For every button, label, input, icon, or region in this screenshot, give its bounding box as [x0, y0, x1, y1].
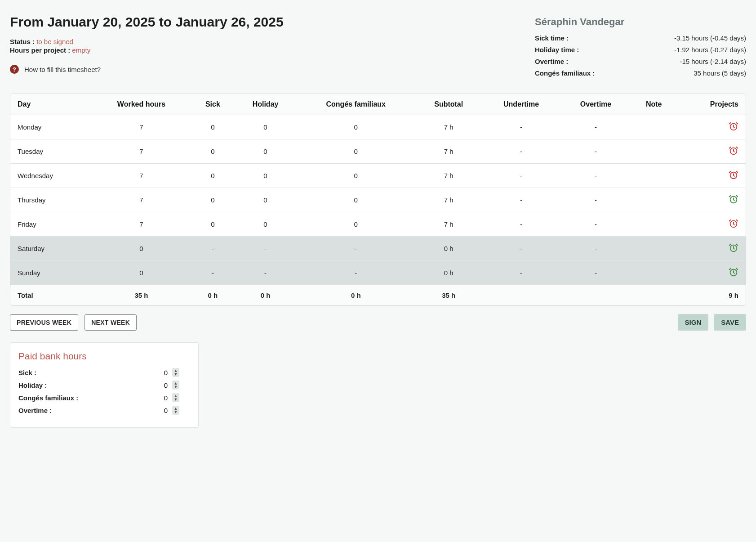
- projects-cell[interactable]: [676, 139, 746, 164]
- projects-cell[interactable]: [676, 115, 746, 139]
- table-cell: Friday: [10, 212, 92, 237]
- table-cell[interactable]: 0: [191, 212, 234, 237]
- table-cell[interactable]: 7: [92, 115, 191, 139]
- hours-per-project-value: empty: [72, 46, 90, 54]
- table-cell: -: [560, 115, 631, 139]
- total-cell: [560, 285, 631, 306]
- bank-input[interactable]: [119, 368, 169, 377]
- table-cell: 7 h: [415, 115, 482, 139]
- column-header: Worked hours: [92, 94, 191, 115]
- table-cell: [631, 139, 676, 164]
- table-cell[interactable]: 0: [297, 188, 415, 212]
- projects-cell[interactable]: [676, 261, 746, 285]
- timesheet-table: DayWorked hoursSickHolidayCongés familia…: [10, 94, 746, 306]
- summary-value: 35 hours (5 days): [694, 69, 746, 77]
- column-header: Congés familiaux: [297, 94, 415, 115]
- projects-cell[interactable]: [676, 212, 746, 237]
- table-cell: [631, 164, 676, 188]
- summary-label: Sick time :: [535, 34, 569, 42]
- total-cell: 9 h: [676, 285, 746, 306]
- table-row: Tuesday70007 h--: [10, 139, 746, 164]
- table-cell: Wednesday: [10, 164, 92, 188]
- projects-cell[interactable]: [676, 188, 746, 212]
- alarm-clock-icon[interactable]: [729, 146, 738, 156]
- alarm-clock-icon[interactable]: [729, 243, 738, 253]
- projects-cell[interactable]: [676, 164, 746, 188]
- table-cell[interactable]: 0: [297, 212, 415, 237]
- bank-label: Sick :: [18, 369, 116, 376]
- alarm-clock-icon[interactable]: [729, 194, 738, 204]
- table-cell: -: [297, 237, 415, 261]
- summary-label: Holiday time :: [535, 46, 579, 54]
- help-icon[interactable]: ?: [10, 65, 19, 74]
- previous-week-button[interactable]: PREVIOUS WEEK: [10, 314, 78, 331]
- table-cell: -: [482, 261, 560, 285]
- bank-input[interactable]: [119, 394, 169, 402]
- column-header: Day: [10, 94, 92, 115]
- summary-value: -15 hours (-2.14 days): [680, 58, 746, 65]
- table-cell: -: [560, 188, 631, 212]
- table-cell: 7 h: [415, 212, 482, 237]
- table-cell[interactable]: 0: [234, 115, 296, 139]
- table-cell[interactable]: 0: [191, 115, 234, 139]
- bank-label: Holiday :: [18, 381, 116, 389]
- alarm-clock-icon[interactable]: [729, 121, 738, 131]
- stepper-icon[interactable]: ▲▼: [172, 393, 179, 402]
- bank-label: Congés familiaux :: [18, 394, 116, 402]
- table-cell: -: [560, 164, 631, 188]
- table-cell[interactable]: 0: [297, 115, 415, 139]
- save-button[interactable]: SAVE: [714, 314, 746, 331]
- stepper-icon[interactable]: ▲▼: [172, 368, 179, 377]
- table-cell[interactable]: 0: [234, 188, 296, 212]
- total-cell: 35 h: [92, 285, 191, 306]
- table-cell: Tuesday: [10, 139, 92, 164]
- table-cell[interactable]: 0: [191, 188, 234, 212]
- table-cell: -: [560, 212, 631, 237]
- table-cell: -: [482, 237, 560, 261]
- table-cell[interactable]: 7: [92, 212, 191, 237]
- total-cell: Total: [10, 285, 92, 306]
- table-cell[interactable]: 7: [92, 164, 191, 188]
- table-cell[interactable]: 0: [234, 164, 296, 188]
- stepper-icon[interactable]: ▲▼: [172, 406, 179, 415]
- status-value: to be signed: [36, 38, 73, 45]
- table-cell: -: [191, 237, 234, 261]
- bank-input[interactable]: [119, 381, 169, 390]
- table-cell[interactable]: 0: [191, 139, 234, 164]
- table-cell: -: [234, 261, 296, 285]
- alarm-clock-icon[interactable]: [729, 219, 738, 228]
- summary-value: -1.92 hours (-0.27 days): [674, 46, 746, 54]
- table-row: Thursday70007 h--: [10, 188, 746, 212]
- help-text[interactable]: How to fill this timesheet?: [24, 66, 101, 73]
- table-cell: 7 h: [415, 164, 482, 188]
- table-cell[interactable]: 7: [92, 139, 191, 164]
- projects-cell[interactable]: [676, 237, 746, 261]
- table-cell[interactable]: 0: [297, 164, 415, 188]
- table-cell: -: [191, 261, 234, 285]
- total-cell: [631, 285, 676, 306]
- alarm-clock-icon[interactable]: [729, 170, 738, 180]
- stepper-icon[interactable]: ▲▼: [172, 381, 179, 390]
- table-cell: -: [482, 212, 560, 237]
- bank-input[interactable]: [119, 406, 169, 415]
- next-week-button[interactable]: NEXT WEEK: [84, 314, 137, 331]
- table-cell[interactable]: 0: [297, 139, 415, 164]
- table-cell[interactable]: 0: [234, 212, 296, 237]
- column-header: Subtotal: [415, 94, 482, 115]
- alarm-clock-icon[interactable]: [729, 267, 738, 277]
- bank-label: Overtime :: [18, 407, 116, 414]
- table-cell[interactable]: 0: [234, 139, 296, 164]
- table-cell: 0 h: [415, 237, 482, 261]
- sign-button[interactable]: SIGN: [678, 314, 709, 331]
- table-cell: 7 h: [415, 188, 482, 212]
- table-cell[interactable]: 0: [191, 164, 234, 188]
- table-cell: Monday: [10, 115, 92, 139]
- paid-bank-hours-title: Paid bank hours: [18, 351, 190, 362]
- table-cell: -: [560, 139, 631, 164]
- column-header: Holiday: [234, 94, 296, 115]
- table-cell: Saturday: [10, 237, 92, 261]
- table-row: Sunday0---0 h--: [10, 261, 746, 285]
- total-cell: 35 h: [415, 285, 482, 306]
- table-cell[interactable]: 7: [92, 188, 191, 212]
- column-header: Sick: [191, 94, 234, 115]
